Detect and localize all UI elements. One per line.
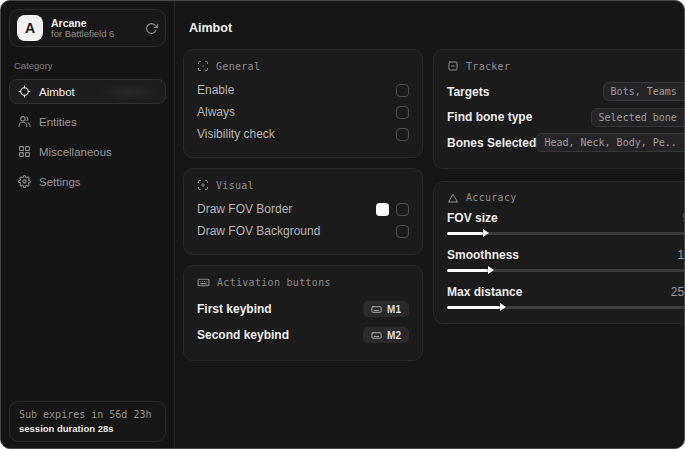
toggle-label: Draw FOV Background	[197, 224, 320, 238]
toggle-label: Visibility check	[197, 127, 275, 141]
fov-border-controls	[376, 203, 409, 216]
sidebar-item-aimbot[interactable]: Aimbot	[9, 79, 166, 104]
subscription-card: Sub expires in 56d 23h session duration …	[9, 401, 166, 442]
slider-label: FOV size	[447, 211, 498, 225]
bones-selected-select[interactable]: Head, Neck, Body, Pe..	[536, 133, 685, 152]
sub-expiry-text: Sub expires in 56d 23h	[19, 409, 156, 420]
keybind-row-first: First keybind M1	[197, 296, 409, 322]
keybind-value: M2	[387, 330, 401, 341]
select-row-targets: Targets Bots, Teams	[447, 79, 685, 105]
slider-label: Smoothness	[447, 248, 519, 262]
draw-fov-background-checkbox[interactable]	[396, 225, 409, 238]
logo-letter: A	[25, 20, 35, 36]
card-activation-buttons: Activation buttons First keybind M1 Seco…	[183, 265, 423, 361]
card-title: General	[216, 61, 260, 72]
session-duration-text: session duration 28s	[19, 423, 156, 434]
max-distance-slider[interactable]	[447, 306, 685, 309]
select-label: Bones Selected	[447, 136, 536, 150]
slider-head: Max distance 250m	[447, 285, 685, 299]
sidebar-item-label: Miscellaneous	[39, 146, 112, 158]
card-accuracy: Accuracy FOV size 50° Smoothness	[433, 181, 685, 324]
card-tracker: Tracker Targets Bots, Teams Find bone ty…	[433, 49, 685, 169]
keybind-label: First keybind	[197, 302, 272, 316]
keybind-row-second: Second keybind M2	[197, 322, 409, 348]
main-panel: Aimbot General Enable Al	[175, 1, 685, 448]
card-activation-header: Activation buttons	[197, 276, 409, 289]
slider-head: FOV size 50°	[447, 211, 685, 225]
square-minus-icon	[447, 60, 459, 72]
keybind-value: M1	[387, 304, 401, 315]
sidebar-item-label: Aimbot	[39, 86, 75, 98]
sidebar-item-miscellaneous[interactable]: Miscellaneous	[9, 139, 166, 164]
select-value: Bots, Teams	[611, 86, 677, 97]
card-accuracy-header: Accuracy	[447, 192, 685, 204]
users-icon	[18, 115, 31, 128]
sidebar-item-entities[interactable]: Entities	[9, 109, 166, 134]
draw-fov-border-checkbox[interactable]	[396, 203, 409, 216]
category-label: Category	[14, 60, 166, 71]
card-title: Accuracy	[466, 192, 517, 203]
toggle-row-enable: Enable	[197, 79, 409, 101]
refresh-icon[interactable]	[145, 22, 158, 35]
toggle-row-draw-fov-border: Draw FOV Border	[197, 198, 409, 220]
sidebar-nav: Aimbot Entities Miscellaneous Settings	[9, 79, 166, 194]
find-bone-type-select[interactable]: Selected bone	[591, 108, 685, 127]
sidebar-item-label: Entities	[39, 116, 77, 128]
crosshair-icon	[18, 85, 31, 98]
select-label: Targets	[447, 85, 489, 99]
app-logo: A	[17, 15, 43, 41]
left-column: General Enable Always Visibility check	[183, 49, 423, 371]
slider-block-max-distance: Max distance 250m	[447, 285, 685, 309]
card-title: Activation buttons	[217, 277, 331, 288]
slider-label: Max distance	[447, 285, 522, 299]
sidebar-item-label: Settings	[39, 176, 81, 188]
page-title: Aimbot	[189, 21, 685, 35]
slider-fill	[447, 269, 488, 272]
grid-icon	[18, 145, 31, 158]
slider-block-fov-size: FOV size 50°	[447, 211, 685, 235]
select-row-find-bone-type: Find bone type Selected bone	[447, 105, 685, 131]
toggle-row-visibility-check: Visibility check	[197, 123, 409, 145]
select-value: Head, Neck, Body, Pe..	[544, 137, 676, 148]
slider-head: Smoothness 15.0	[447, 248, 685, 262]
keyboard-icon	[371, 330, 382, 341]
slider-fill	[447, 232, 483, 235]
card-columns: General Enable Always Visibility check	[183, 49, 685, 371]
toggle-label: Enable	[197, 83, 234, 97]
fov-border-color-swatch[interactable]	[376, 203, 389, 216]
slider-block-smoothness: Smoothness 15.0	[447, 248, 685, 272]
keyboard-icon	[371, 304, 382, 315]
scan-icon	[197, 60, 209, 72]
card-title: Tracker	[466, 61, 510, 72]
toggle-row-always: Always	[197, 101, 409, 123]
fov-size-slider[interactable]	[447, 232, 685, 235]
enable-checkbox[interactable]	[396, 84, 409, 97]
brand-text: Arcane for Battlefield 6	[51, 17, 137, 40]
keybind-label: Second keybind	[197, 328, 289, 342]
card-title: Visual	[216, 180, 254, 191]
visibility-check-checkbox[interactable]	[396, 128, 409, 141]
card-visual-header: Visual	[197, 179, 409, 191]
slider-value: 15.0	[677, 248, 685, 262]
fov-icon	[197, 179, 209, 191]
first-keybind-button[interactable]: M1	[363, 301, 409, 317]
brand-card: A Arcane for Battlefield 6	[9, 9, 166, 47]
sidebar-item-settings[interactable]: Settings	[9, 169, 166, 194]
slider-value: 250m	[671, 285, 685, 299]
sidebar: A Arcane for Battlefield 6 Category Aimb…	[1, 1, 175, 448]
right-column: Tracker Targets Bots, Teams Find bone ty…	[433, 49, 685, 371]
select-row-bones-selected: Bones Selected Head, Neck, Body, Pe..	[447, 130, 685, 156]
second-keybind-button[interactable]: M2	[363, 327, 409, 343]
app-window: A Arcane for Battlefield 6 Category Aimb…	[0, 0, 685, 449]
smoothness-slider[interactable]	[447, 269, 685, 272]
always-checkbox[interactable]	[396, 106, 409, 119]
toggle-row-draw-fov-background: Draw FOV Background	[197, 220, 409, 242]
triangle-icon	[447, 192, 459, 204]
gear-icon	[18, 175, 31, 188]
card-visual: Visual Draw FOV Border Draw FOV Backgrou…	[183, 168, 423, 255]
targets-select[interactable]: Bots, Teams	[603, 82, 685, 101]
select-value: Selected bone	[599, 112, 677, 123]
app-subtitle: for Battlefield 6	[51, 29, 137, 40]
card-tracker-header: Tracker	[447, 60, 685, 72]
keyboard-icon	[197, 276, 210, 289]
